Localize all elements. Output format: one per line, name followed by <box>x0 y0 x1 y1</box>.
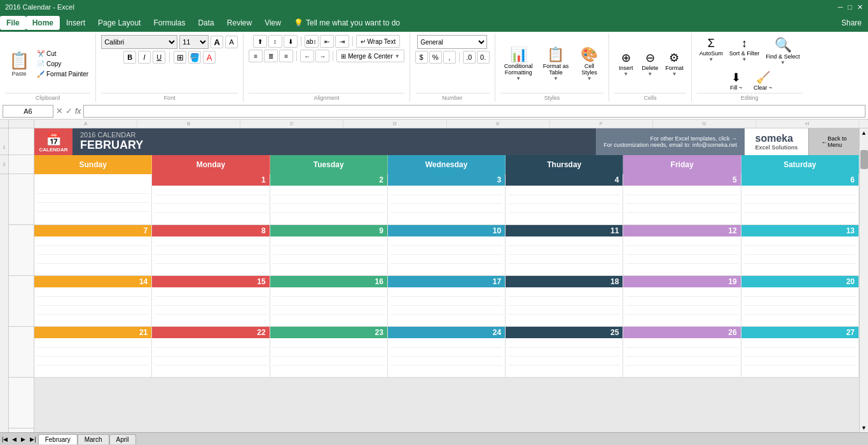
format-painter-button[interactable]: 🖌️ Format Painter <box>35 69 90 79</box>
cal-cell-20[interactable]: 20 <box>741 276 859 327</box>
align-bottom-button[interactable]: ⬇ <box>284 35 298 48</box>
autosum-dropdown[interactable]: ▼ <box>708 57 713 62</box>
format-dropdown[interactable]: ▼ <box>672 71 677 77</box>
number-format-select[interactable]: General <box>417 35 487 49</box>
insert-button[interactable]: ⊕ Insert ▼ <box>614 49 637 79</box>
cal-cell-19[interactable]: 19 <box>623 276 741 327</box>
font-grow-button[interactable]: A <box>210 36 223 48</box>
percent-button[interactable]: % <box>429 51 442 64</box>
maximize-icon[interactable]: □ <box>848 3 852 11</box>
cal-cell-12[interactable]: 12 <box>623 225 741 276</box>
sheet-tab-march[interactable]: March <box>78 434 109 444</box>
cal-cell-1[interactable]: 1 <box>152 174 270 225</box>
autosum-button[interactable]: Σ AutoSum ▼ <box>697 35 726 67</box>
cal-cell-6[interactable]: 6 <box>741 174 859 225</box>
font-family-select[interactable]: Calibri <box>101 35 177 49</box>
cal-cell-9[interactable]: 9 <box>270 225 388 276</box>
cut-button[interactable]: ✂️ Cut <box>35 49 90 58</box>
cell-reference-input[interactable]: A6 <box>3 105 53 118</box>
cal-cell-27[interactable]: 27 <box>741 327 859 378</box>
sort-filter-button[interactable]: ↕ Sort & Filter ▼ <box>727 35 762 67</box>
clear-button[interactable]: 🧹 Clear ~ <box>750 69 776 93</box>
cal-cell-21[interactable]: 21 <box>34 327 152 378</box>
decrease-indent-button[interactable]: ← <box>300 50 314 62</box>
cal-cell-8[interactable]: 8 <box>152 225 270 276</box>
currency-button[interactable]: $ <box>415 51 428 64</box>
menu-item-file[interactable]: File <box>0 16 26 30</box>
scroll-thumb[interactable] <box>860 150 868 169</box>
paste-button[interactable]: 📋 Paste <box>5 49 33 79</box>
cal-cell-17[interactable]: 17 <box>388 276 506 327</box>
menu-item-data[interactable]: Data <box>191 16 220 30</box>
menu-item-home[interactable]: Home <box>26 16 60 30</box>
copy-button[interactable]: 📄 Copy <box>35 59 90 69</box>
border-button[interactable]: ⊞ <box>174 51 186 64</box>
cal-cell-11[interactable]: 11 <box>506 225 623 276</box>
cal-cell-5[interactable]: 5 <box>623 174 741 225</box>
bold-button[interactable]: B <box>123 51 136 64</box>
align-center-button[interactable]: ≣ <box>264 50 278 62</box>
cal-cell-26[interactable]: 26 <box>623 327 741 378</box>
align-left-button[interactable]: ≡ <box>249 50 263 62</box>
minimize-icon[interactable]: ─ <box>838 3 843 11</box>
sf-dropdown[interactable]: ▼ <box>742 57 747 62</box>
conditional-formatting-button[interactable]: 📊 ConditionalFormatting ▼ <box>500 44 537 84</box>
wrap-text-button[interactable]: ↵ Wrap Text <box>356 35 401 48</box>
sheet-tab-february[interactable]: February <box>38 434 78 444</box>
menu-item-formulas[interactable]: Formulas <box>147 16 191 30</box>
merge-center-button[interactable]: ⊞ Merge & Center ▼ <box>336 50 404 62</box>
cal-cell-22[interactable]: 22 <box>152 327 270 378</box>
cal-cell-empty-sun[interactable] <box>34 174 152 225</box>
font-shrink-button[interactable]: A <box>225 36 238 48</box>
menu-item-search[interactable]: 💡 Tell me what you want to do <box>287 16 406 30</box>
fat-dropdown[interactable]: ▼ <box>553 76 558 81</box>
indent-decrease-button[interactable]: ⇤ <box>320 35 334 48</box>
insert-dropdown[interactable]: ▼ <box>623 71 628 77</box>
menu-item-view[interactable]: View <box>258 16 287 30</box>
cell-styles-button[interactable]: 🎨 CellStyles ▼ <box>575 44 603 84</box>
back-to-menu-button[interactable]: ← Back toMenu <box>808 128 859 155</box>
format-button[interactable]: ⚙ Format ▼ <box>663 49 686 79</box>
merge-dropdown-icon[interactable]: ▼ <box>395 53 400 59</box>
cal-cell-15[interactable]: 15 <box>152 276 270 327</box>
cal-cell-4[interactable]: 4 <box>506 174 623 225</box>
formula-input[interactable] <box>83 105 865 118</box>
menu-item-page-layout[interactable]: Page Layout <box>92 16 147 30</box>
scroll-up-button[interactable]: ▲ <box>860 128 868 137</box>
increase-decimal-button[interactable]: .0 <box>463 51 476 64</box>
cal-cell-2[interactable]: 2 <box>270 174 388 225</box>
cal-cell-24[interactable]: 24 <box>388 327 506 378</box>
menu-item-review[interactable]: Review <box>221 16 258 30</box>
formula-icon-check[interactable]: ✓ <box>65 106 72 116</box>
font-size-select[interactable]: 11 <box>179 35 209 49</box>
align-top-button[interactable]: ⬆ <box>253 35 267 48</box>
decrease-decimal-button[interactable]: 0. <box>477 51 490 64</box>
cs-dropdown[interactable]: ▼ <box>587 76 592 81</box>
cal-cell-7[interactable]: 7 <box>34 225 152 276</box>
format-as-table-button[interactable]: 📋 Format asTable ▼ <box>539 44 573 84</box>
cal-cell-10[interactable]: 10 <box>388 225 506 276</box>
cal-cell-13[interactable]: 13 <box>741 225 859 276</box>
find-select-button[interactable]: 🔍 Find & Select ▼ <box>763 35 803 67</box>
scroll-down-button[interactable]: ▼ <box>860 423 868 432</box>
cal-cell-3[interactable]: 3 <box>388 174 506 225</box>
italic-button[interactable]: I <box>138 51 151 64</box>
prev-sheet-button[interactable]: ◀ <box>10 436 18 442</box>
first-sheet-button[interactable]: |◀ <box>0 436 10 442</box>
font-color-button[interactable]: A <box>203 51 216 64</box>
align-right-button[interactable]: ≡ <box>279 50 293 62</box>
share-button[interactable]: Share <box>835 16 868 30</box>
fill-button[interactable]: ⬇ Fill ~ <box>724 69 749 93</box>
delete-button[interactable]: ⊖ Delete ▼ <box>638 49 661 79</box>
increase-indent-button[interactable]: → <box>315 50 329 62</box>
fill-color-button[interactable]: 🪣 <box>188 51 201 64</box>
cal-cell-14[interactable]: 14 <box>34 276 152 327</box>
fs-dropdown[interactable]: ▼ <box>780 60 785 65</box>
delete-dropdown[interactable]: ▼ <box>647 71 652 77</box>
menu-item-insert[interactable]: Insert <box>60 16 92 30</box>
close-icon[interactable]: ✕ <box>857 3 863 11</box>
text-direction-button[interactable]: ab↕ <box>305 35 319 48</box>
formula-icon-x[interactable]: ✕ <box>56 106 63 116</box>
formula-icon-fx[interactable]: fx <box>75 107 81 116</box>
cf-dropdown[interactable]: ▼ <box>516 76 521 81</box>
